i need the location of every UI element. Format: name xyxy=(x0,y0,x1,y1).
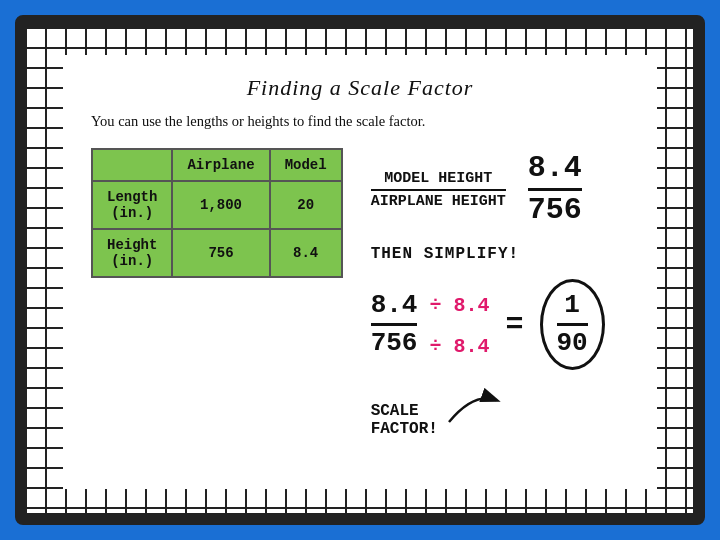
row-height-label: Height(in.) xyxy=(92,229,172,277)
simplify-den: 756 xyxy=(371,328,418,359)
table-container: Airplane Model Length(in.) 1,800 20 Heig… xyxy=(91,148,343,278)
then-simplify-label: THEN SIMPLIFY! xyxy=(371,245,629,263)
inner-content: Finding a Scale Factor You can use the l… xyxy=(63,55,657,489)
row-length-model: 20 xyxy=(270,181,342,229)
divide-denominator: ÷ 8.4 xyxy=(429,335,489,358)
simplify-num: 8.4 xyxy=(371,290,418,326)
row-length-label: Length(in.) xyxy=(92,181,172,229)
main-area: Airplane Model Length(in.) 1,800 20 Heig… xyxy=(91,148,629,438)
col-airplane: Airplane xyxy=(172,149,269,181)
row-height-model: 8.4 xyxy=(270,229,342,277)
row-height-airplane: 756 xyxy=(172,229,269,277)
scale-factor-label: SCALEFACTOR! xyxy=(371,402,438,438)
col-model: Model xyxy=(270,149,342,181)
arrow-icon xyxy=(444,382,504,437)
big-fraction-numerator: 8.4 xyxy=(528,152,582,191)
divide-col: ÷ 8.4 ÷ 8.4 xyxy=(429,294,489,358)
equals-sign: = xyxy=(505,308,523,342)
fraction-label-denominator: AIRPLANE HEIGHT xyxy=(371,193,506,210)
big-fraction-denominator: 756 xyxy=(528,194,582,227)
outer-border: Finding a Scale Factor You can use the l… xyxy=(15,15,705,525)
fraction-label-row: MODEL HEIGHT AIRPLANE HEIGHT 8.4 756 xyxy=(371,152,629,227)
divide-numerator: ÷ 8.4 xyxy=(429,294,489,317)
table-row: Length(in.) 1,800 20 xyxy=(92,181,342,229)
simplify-fraction: 8.4 756 xyxy=(371,290,418,359)
row-length-airplane: 1,800 xyxy=(172,181,269,229)
result-box: 1 90 xyxy=(540,279,605,370)
label-fraction: MODEL HEIGHT AIRPLANE HEIGHT xyxy=(371,170,506,210)
scale-factor-area: SCALEFACTOR! xyxy=(371,390,629,438)
subtitle: You can use the lengths or heights to fi… xyxy=(91,113,629,130)
fraction-label-numerator: MODEL HEIGHT xyxy=(371,170,506,191)
right-side: MODEL HEIGHT AIRPLANE HEIGHT 8.4 756 THE… xyxy=(371,148,629,438)
scale-table: Airplane Model Length(in.) 1,800 20 Heig… xyxy=(91,148,343,278)
simplify-row: 8.4 756 ÷ 8.4 ÷ 8.4 = 1 90 xyxy=(371,279,629,370)
result-denominator: 90 xyxy=(557,328,588,359)
big-fraction: 8.4 756 xyxy=(528,152,582,227)
result-numerator: 1 xyxy=(557,290,588,326)
table-row: Height(in.) 756 8.4 xyxy=(92,229,342,277)
page-title: Finding a Scale Factor xyxy=(91,75,629,101)
col-empty xyxy=(92,149,172,181)
